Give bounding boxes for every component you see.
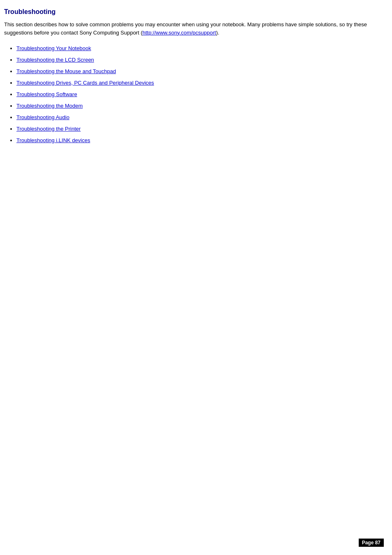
sony-support-link[interactable]: http://www.sony.com/pcsupport [143,30,216,36]
link-mouse[interactable]: Troubleshooting the Mouse and Touchpad [16,68,116,74]
troubleshooting-link-list: Troubleshooting Your NotebookTroubleshoo… [4,43,374,146]
page-title: Troubleshooting [4,8,374,16]
list-item: Troubleshooting the Mouse and Touchpad [16,66,374,77]
list-item: Troubleshooting Audio [16,112,374,123]
link-lcd[interactable]: Troubleshooting the LCD Screen [16,57,94,63]
link-modem[interactable]: Troubleshooting the Modem [16,103,83,109]
list-item: Troubleshooting Drives, PC Cards and Per… [16,78,374,88]
link-drives[interactable]: Troubleshooting Drives, PC Cards and Per… [16,80,154,86]
link-audio[interactable]: Troubleshooting Audio [16,114,69,120]
list-item: Troubleshooting Your Notebook [16,43,374,54]
list-item: Troubleshooting Software [16,89,374,100]
list-item: Troubleshooting the Printer [16,124,374,134]
list-item: Troubleshooting the LCD Screen [16,55,374,65]
list-item: Troubleshooting i.LINK devices [16,135,374,146]
intro-paragraph: This section describes how to solve comm… [4,21,374,37]
page-number: Page 87 [359,539,384,547]
intro-text-after-link: ). [216,30,219,36]
page-container: Troubleshooting This section describes h… [0,0,386,171]
link-notebook[interactable]: Troubleshooting Your Notebook [16,45,91,51]
link-printer[interactable]: Troubleshooting the Printer [16,126,81,132]
list-item: Troubleshooting the Modem [16,101,374,111]
link-software[interactable]: Troubleshooting Software [16,91,77,97]
link-ilink[interactable]: Troubleshooting i.LINK devices [16,137,90,143]
